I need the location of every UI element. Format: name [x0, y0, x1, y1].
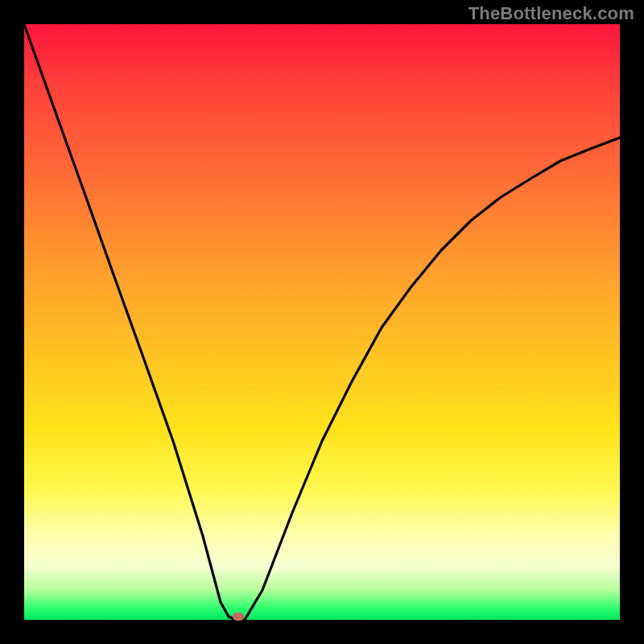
optimal-point-marker	[233, 613, 244, 621]
chart-frame: TheBottleneck.com	[0, 0, 644, 644]
curve-path	[24, 24, 620, 620]
bottleneck-curve	[24, 24, 620, 620]
watermark-label: TheBottleneck.com	[469, 3, 634, 24]
plot-area	[24, 24, 620, 620]
